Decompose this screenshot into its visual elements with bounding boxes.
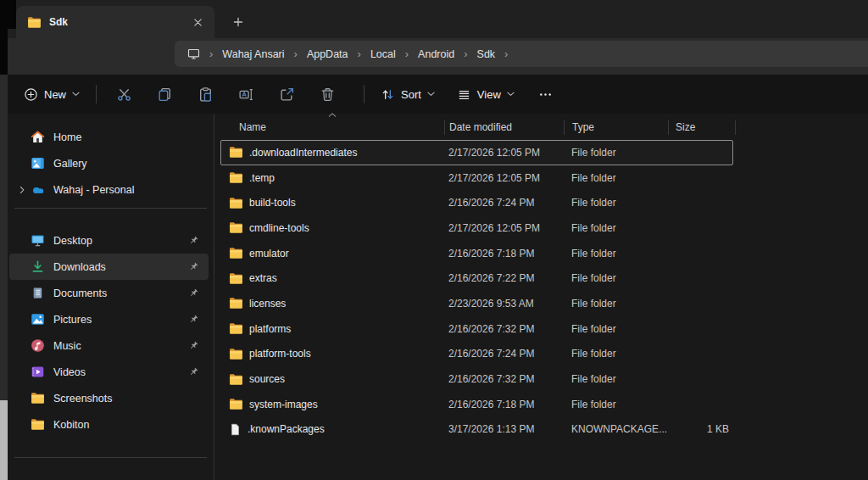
file-row-platforms[interactable]: platforms2/16/2026 7:32 PMFile folder	[220, 316, 733, 342]
sidebar-divider	[14, 457, 207, 458]
sort-button-label: Sort	[401, 88, 421, 101]
sort-button[interactable]: Sort	[373, 81, 442, 108]
sidebar-item-gallery[interactable]: Gallery	[9, 150, 209, 176]
cut-button[interactable]	[110, 81, 137, 108]
chevron-down-icon	[507, 92, 515, 97]
sidebar-item-screenshots[interactable]: Screenshots	[9, 385, 209, 411]
file-type-cell: File folder	[564, 323, 668, 335]
sidebar-item-downloads[interactable]: Downloads	[9, 254, 209, 280]
file-row-knownpackages[interactable]: .knownPackages3/17/2026 1:13 PMKNOWNPACK…	[220, 417, 733, 443]
folder-icon	[229, 220, 243, 235]
sidebar-item-label: Desktop	[53, 235, 188, 247]
file-name-cell: emulator	[221, 246, 444, 260]
breadcrumb-item-local[interactable]: Local	[370, 48, 396, 60]
sidebar-item-label: Documents	[53, 287, 188, 299]
sidebar-item-videos[interactable]: Videos	[9, 359, 209, 385]
gallery-icon	[30, 156, 46, 170]
file-row-platform-tools[interactable]: platform-tools2/16/2026 7:24 PMFile fold…	[220, 342, 733, 367]
pictures-icon	[30, 312, 46, 327]
folder-icon	[229, 397, 243, 411]
file-row-system-images[interactable]: system-images2/16/2026 7:18 PMFile folde…	[220, 392, 733, 417]
file-type-cell: File folder	[564, 197, 668, 209]
file-name-cell: cmdline-tools	[221, 220, 444, 235]
sidebar-item-music[interactable]: Music	[9, 332, 209, 359]
paste-button[interactable]	[192, 81, 219, 108]
sidebar-item-desktop[interactable]: Desktop	[9, 227, 209, 254]
file-name: system-images	[249, 399, 318, 410]
onedrive-icon	[30, 182, 46, 198]
tab-sdk[interactable]: Sdk	[16, 6, 214, 38]
desktop-background-strip	[0, 400, 8, 480]
desktop-icon	[30, 233, 46, 248]
file-rows: .downloadIntermediates2/17/2026 12:05 PM…	[214, 140, 868, 442]
copy-icon	[157, 87, 173, 103]
folder-icon	[229, 372, 243, 387]
sidebar-item-home[interactable]: Home	[9, 124, 209, 150]
delete-icon	[320, 87, 336, 103]
file-date-cell: 2/16/2026 7:18 PM	[444, 399, 564, 410]
file-row-sources[interactable]: sources2/16/2026 7:32 PMFile folder	[220, 366, 733, 392]
pin-icon	[188, 261, 201, 272]
file-name: emulator	[249, 248, 289, 260]
new-button[interactable]: New	[19, 81, 85, 108]
file-row-downloadintermediates[interactable]: .downloadIntermediates2/17/2026 12:05 PM…	[220, 140, 733, 165]
tab-close-icon[interactable]	[187, 12, 208, 32]
breadcrumb-chevron-icon: ›	[294, 47, 298, 60]
column-header-size[interactable]: Size	[668, 121, 733, 133]
folder-icon	[229, 347, 243, 361]
folder-icon	[229, 196, 243, 210]
file-icon	[229, 423, 242, 436]
sidebar-item-label: Gallery	[53, 158, 209, 170]
music-icon	[30, 338, 46, 353]
rename-button[interactable]	[232, 81, 259, 108]
file-row-emulator[interactable]: emulator2/16/2026 7:18 PMFile folder	[220, 241, 733, 266]
breadcrumb-item-android[interactable]: Android	[418, 48, 454, 60]
desktop-background-strip	[0, 75, 8, 400]
sidebar-item-pictures[interactable]: Pictures	[9, 306, 209, 332]
column-separator[interactable]	[564, 120, 565, 135]
share-button[interactable]	[273, 81, 300, 108]
column-header-name[interactable]: Name	[220, 121, 444, 133]
more-options-icon[interactable]	[532, 81, 559, 108]
copy-button[interactable]	[151, 81, 178, 108]
breadcrumb-item-appdata[interactable]: AppData	[307, 48, 348, 60]
file-row-licenses[interactable]: licenses2/23/2026 9:53 AMFile folder	[220, 291, 733, 316]
sidebar-item-kobiton[interactable]: Kobiton	[9, 411, 209, 438]
file-row-cmdline-tools[interactable]: cmdline-tools2/17/2026 12:05 PMFile fold…	[220, 215, 733, 241]
file-name: .knownPackages	[248, 423, 325, 435]
view-button[interactable]: View	[449, 81, 522, 108]
address-bar[interactable]: ›Wahaj Ansari›AppData›Local›Android›Sdk›	[175, 41, 868, 67]
file-date-cell: 2/16/2026 7:24 PM	[444, 197, 564, 209]
file-name-cell: platform-tools	[221, 347, 444, 361]
file-name: extras	[249, 272, 277, 284]
title-bar: Sdk	[8, 0, 868, 38]
folder-icon	[229, 170, 243, 185]
column-header-type[interactable]: Type	[564, 121, 668, 133]
file-name: sources	[249, 373, 285, 385]
folder-icon	[229, 296, 243, 310]
folder-icon	[229, 145, 243, 159]
videos-icon	[30, 365, 46, 379]
delete-button[interactable]	[314, 81, 341, 108]
file-type-cell: File folder	[564, 147, 668, 159]
file-type-cell: File folder	[564, 248, 668, 260]
sidebar-item-documents[interactable]: Documents	[9, 280, 209, 306]
chevron-down-icon	[427, 92, 435, 97]
column-separator[interactable]	[735, 120, 736, 135]
sidebar-item-wahaj-personal[interactable]: Wahaj - Personal	[9, 176, 209, 203]
file-size-cell: 1 KB	[668, 423, 732, 435]
file-row-build-tools[interactable]: build-tools2/16/2026 7:24 PMFile folder	[220, 190, 733, 215]
column-separator[interactable]	[444, 120, 445, 135]
folder-icon	[27, 15, 42, 30]
column-header-date-modified[interactable]: Date modified	[444, 121, 564, 133]
file-row-temp[interactable]: .temp2/17/2026 12:05 PMFile folder	[220, 165, 733, 191]
folder-icon	[229, 271, 243, 286]
new-tab-icon[interactable]	[227, 12, 249, 32]
chevron-right-icon[interactable]	[17, 185, 30, 195]
file-name: build-tools	[249, 197, 296, 209]
monitor-icon	[187, 47, 200, 60]
breadcrumb-item-sdk[interactable]: Sdk	[477, 48, 496, 60]
column-separator[interactable]	[668, 120, 669, 135]
file-row-extras[interactable]: extras2/16/2026 7:22 PMFile folder	[220, 265, 733, 291]
breadcrumb-item-wahaj-ansari[interactable]: Wahaj Ansari	[222, 48, 284, 60]
